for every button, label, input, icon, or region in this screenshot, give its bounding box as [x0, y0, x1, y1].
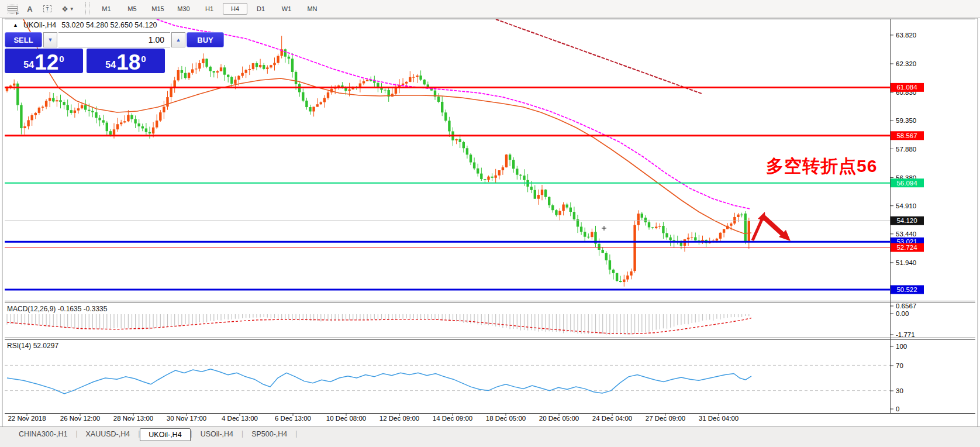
timeframe-button-d1[interactable]: D1 — [249, 3, 273, 15]
buy-price-whole: 54 — [105, 60, 116, 70]
chart-tab-ukoilh4[interactable]: UKOil-,H4 — [140, 428, 190, 441]
sell-price-pips: 12 — [34, 53, 58, 71]
timeframe-button-m15[interactable]: M15 — [146, 3, 170, 15]
chart-tab-china300h1[interactable]: CHINA300-,H1 — [11, 428, 75, 440]
chevron-down-icon: ▼ — [70, 6, 74, 12]
svg-text:0: 0 — [896, 405, 899, 412]
svg-text:50.522: 50.522 — [896, 286, 917, 293]
collapse-icon[interactable]: ▲ — [13, 22, 18, 28]
timeframe-button-mn[interactable]: MN — [300, 3, 325, 15]
svg-text:22 Nov 2018: 22 Nov 2018 — [8, 415, 46, 422]
svg-text:12 Dec 09:00: 12 Dec 09:00 — [379, 415, 419, 422]
timeframe-toolbar: M1M5M15M30H1H4D1W1MN — [94, 3, 325, 15]
svg-text:18 Dec 05:00: 18 Dec 05:00 — [486, 415, 526, 422]
svg-text:100: 100 — [896, 343, 907, 350]
timeframe-button-h4[interactable]: H4 — [223, 3, 247, 15]
svg-text:51.940: 51.940 — [896, 259, 916, 266]
text-label-tool-icon[interactable]: T — [39, 2, 56, 16]
symbol-title: UKOil-,H4 — [23, 21, 56, 29]
svg-text:54.120: 54.120 — [896, 217, 917, 224]
svg-text:20 Dec 05:00: 20 Dec 05:00 — [539, 415, 579, 422]
chart-tab-usoilh4[interactable]: USOil-,H4 — [192, 428, 241, 440]
svg-text:4 Dec 13:00: 4 Dec 13:00 — [222, 415, 258, 422]
timeframe-button-h1[interactable]: H1 — [197, 3, 222, 15]
top-toolbar: FAT❖▼ M1M5M15M30H1H4D1W1MN — [0, 0, 980, 18]
chart-text-annotation: 多空转折点56 — [766, 154, 877, 178]
svg-text:70: 70 — [896, 362, 903, 369]
svg-text:52.724: 52.724 — [896, 244, 917, 251]
svg-text:57.880: 57.880 — [896, 146, 916, 153]
svg-text:14 Dec 09:00: 14 Dec 09:00 — [433, 415, 472, 422]
svg-text:62.320: 62.320 — [896, 60, 916, 67]
rsi-indicator-label: RSI(14) 52.0297 — [7, 342, 58, 350]
buy-price-point: 0 — [141, 54, 146, 63]
sell-price-display[interactable]: 54 12 0 — [5, 49, 83, 73]
svg-text:56.094: 56.094 — [896, 180, 917, 187]
svg-text:0.00: 0.00 — [896, 310, 909, 317]
svg-text:0.6567: 0.6567 — [896, 302, 916, 310]
shapes-tool-icon[interactable]: ❖▼ — [56, 2, 80, 16]
svg-text:10 Dec 08:00: 10 Dec 08:00 — [326, 415, 366, 422]
volume-input[interactable] — [58, 32, 170, 47]
svg-text:27 Dec 09:00: 27 Dec 09:00 — [646, 415, 685, 422]
svg-text:6 Dec 13:00: 6 Dec 13:00 — [275, 415, 311, 422]
chart-tab-bar: CHINA300-,H1|XAUUSD-,H4|UKOil-,H4|USOil-… — [0, 427, 980, 447]
shapes-glyph: ❖ — [61, 5, 68, 13]
svg-text:59.350: 59.350 — [896, 117, 916, 124]
fibonacci-tool-icon[interactable]: F — [4, 2, 21, 16]
svg-text:53.440: 53.440 — [896, 231, 916, 238]
svg-text:30: 30 — [896, 387, 903, 394]
buy-price-pips: 18 — [116, 53, 140, 71]
timeframe-button-m30[interactable]: M30 — [171, 3, 196, 15]
chart-tab-xauusdh4[interactable]: XAUUSD-,H4 — [78, 428, 139, 440]
svg-text:26 Nov 12:00: 26 Nov 12:00 — [60, 415, 100, 422]
volume-decrease-button[interactable]: ▼ — [43, 32, 57, 47]
sell-button[interactable]: SELL — [5, 32, 42, 47]
fibonacci-grid-glyph: F — [8, 5, 18, 13]
svg-text:58.567: 58.567 — [896, 132, 917, 139]
sell-price-whole: 54 — [23, 60, 34, 70]
chart-tab-sp500h4[interactable]: SP500-,H4 — [243, 428, 295, 440]
svg-text:28 Nov 13:00: 28 Nov 13:00 — [113, 415, 153, 422]
toolbar-separator — [85, 2, 89, 15]
one-click-trade-panel: SELL ▼ ▲ BUY 54 12 0 54 18 0 — [5, 32, 168, 73]
svg-text:30 Nov 17:00: 30 Nov 17:00 — [167, 415, 206, 422]
buy-button[interactable]: BUY — [187, 32, 224, 47]
symbol-ohlc-header: ▲ UKOil-,H4 53.020 54.280 52.650 54.120 — [13, 21, 157, 29]
drawing-tools-group: FAT❖▼ — [0, 0, 83, 18]
svg-text:54.910: 54.910 — [896, 202, 916, 209]
sell-price-point: 0 — [59, 54, 64, 63]
buy-price-display[interactable]: 54 18 0 — [87, 49, 165, 73]
timeframe-button-w1[interactable]: W1 — [274, 3, 299, 15]
chart-window-frame — [2, 18, 978, 446]
macd-indicator-label: MACD(12,26,9) -0.1635 -0.3335 — [7, 305, 107, 313]
timeframe-button-m1[interactable]: M1 — [94, 3, 119, 15]
svg-text:63.820: 63.820 — [896, 32, 916, 39]
timeframe-button-m5[interactable]: M5 — [120, 3, 144, 15]
tab-separator: | — [295, 429, 297, 438]
svg-text:24 Dec 04:00: 24 Dec 04:00 — [592, 415, 632, 422]
symbol-ohlc-values: 53.020 54.280 52.650 54.120 — [61, 21, 157, 29]
text-box-glyph: T — [43, 5, 51, 12]
svg-text:61.084: 61.084 — [896, 84, 917, 91]
svg-text:31 Dec 04:00: 31 Dec 04:00 — [699, 415, 739, 422]
svg-text:-1.771: -1.771 — [896, 331, 915, 338]
volume-increase-button[interactable]: ▲ — [171, 32, 185, 47]
text-tool-icon[interactable]: A — [21, 2, 39, 16]
